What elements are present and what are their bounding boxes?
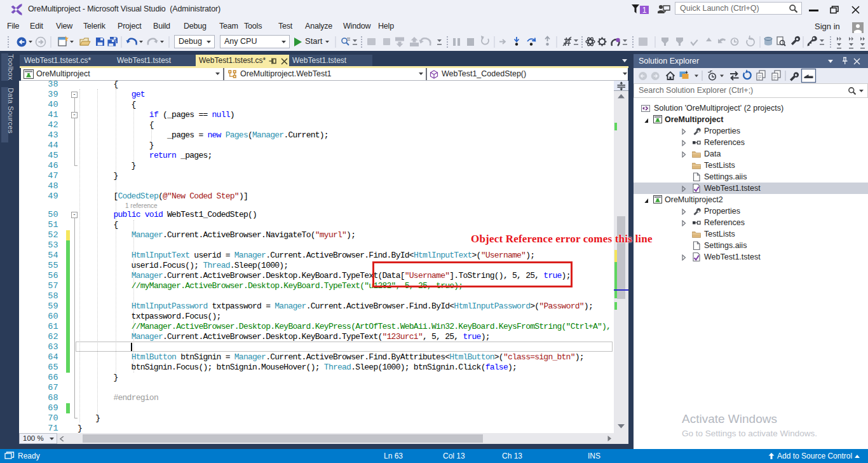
svg-text:1: 1 <box>642 6 647 15</box>
